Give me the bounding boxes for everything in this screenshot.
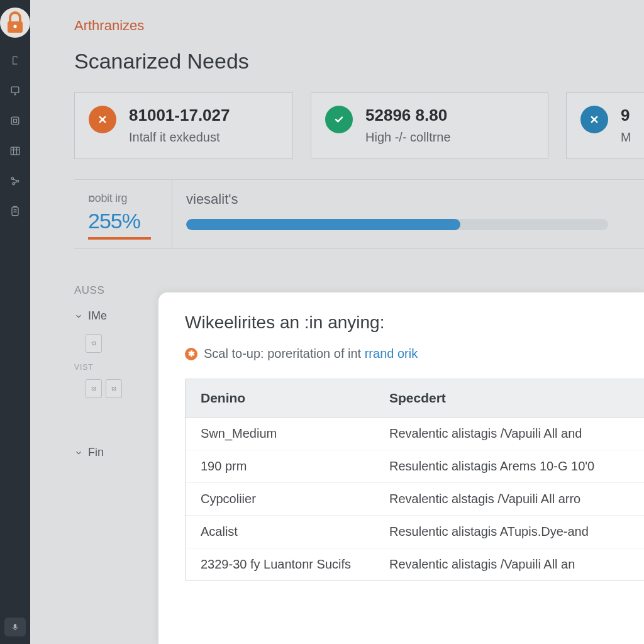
cell: Cypcoliier [186,483,374,515]
sidebar-item-5[interactable] [8,174,23,189]
check-icon [325,106,353,133]
stat-underline [88,237,151,240]
col-header-1[interactable]: Specdert [374,379,644,417]
sidebar-item-1[interactable] [8,53,23,68]
cell: Resulentic alistagis Arems 10-G 10'0 [374,450,644,482]
cell: Swn_Medium [186,418,374,450]
page-title: Scanarized Needs [74,49,644,74]
chevron-down-icon [74,448,83,457]
lock-icon [0,8,30,38]
sidebar-item-2[interactable] [8,83,23,98]
table-row[interactable]: 190 prm Resulentic alistagis Arems 10-G … [186,450,644,483]
panel-title: Wikeelirites an :in anying: [185,313,644,333]
stat-value: 255% [88,209,158,233]
mini-box[interactable]: t3 [86,334,102,353]
card-value: 81001-17.027 [129,106,230,125]
sidebar-item-4[interactable] [8,143,23,158]
progress-cell: viesalit's [172,180,644,248]
table-row[interactable]: 2329-30 fy Luantonr Sucifs Revalentic al… [186,548,644,580]
cell: Resulentic alistagis ATupis.Dye-and [374,516,644,548]
sidebar-mic-button[interactable] [4,618,26,636]
summary-card-0[interactable]: 81001-17.027 Intalf it exkedust [74,92,293,159]
accordion-label: IMe [88,309,107,323]
col-header-0[interactable]: Denino [186,379,374,417]
svg-rect-5 [11,147,19,155]
cell: Revalentic alstagis /Vapuili All arro [374,483,644,515]
card-sub: High -/- colltrne [365,130,451,145]
table-row[interactable]: Swn_Medium Revalentic alistagis /Vapuili… [186,418,644,450]
svg-point-1 [13,25,16,28]
note-text: Scal to-up: poreritation of int [204,347,365,360]
alert-icon: ✱ [185,348,197,360]
detail-panel: Wikeelirites an :in anying: ✱ Scal to-up… [158,292,644,644]
svg-rect-3 [11,117,19,125]
svg-rect-2 [11,87,19,92]
mini-box[interactable]: t3 [86,379,102,398]
card-sub: Intalf it exkedust [129,130,230,145]
sidebar-item-6[interactable] [8,204,23,219]
svg-rect-9 [12,207,18,215]
accordion-label: Fin [88,446,104,459]
svg-rect-4 [14,119,17,123]
card-value: 9 [621,106,631,125]
cell: Revalentic alistagis /Vapuili All and [374,418,644,450]
summary-cards: 81001-17.027 Intalf it exkedust 52896 8.… [74,92,644,159]
breadcrumb[interactable]: Arthranizes [74,18,644,34]
note-link[interactable]: rrand orik [365,347,418,360]
chevron-down-icon [74,312,83,321]
sidebar-top-badge[interactable] [0,8,30,38]
svg-rect-10 [14,624,16,628]
svg-point-6 [11,177,13,179]
summary-card-1[interactable]: 52896 8.80 High -/- colltrne [311,92,548,159]
mini-box[interactable]: t3 [106,379,122,398]
cell: Acalist [186,516,374,548]
table-row[interactable]: Acalist Resulentic alistagis ATupis.Dye-… [186,516,644,548]
x-icon [89,106,116,133]
cell: Revalentic alistagis /Vapuili All an [374,548,644,580]
progress-bar[interactable] [186,219,608,230]
panel-note: ✱ Scal to-up: poreritation of int rrand … [185,347,644,361]
card-sub: M [621,130,631,145]
stats-row: ɒobit irg 255% viesalit's [74,179,644,249]
stat-cell[interactable]: ɒobit irg 255% [74,180,172,248]
stat-label: ɒobit irg [88,191,158,205]
progress-label: viesalit's [186,191,608,208]
svg-point-7 [17,180,19,182]
cell: 2329-30 fy Luantonr Sucifs [186,548,374,580]
x-icon [580,106,608,133]
data-table: Denino Specdert Swn_Medium Revalentic al… [185,379,644,581]
table-row[interactable]: Cypcoliier Revalentic alstagis /Vapuili … [186,483,644,516]
sidebar-item-3[interactable] [8,113,23,128]
card-value: 52896 8.80 [365,106,451,125]
cell: 190 prm [186,450,374,482]
main-content: Arthranizes Scanarized Needs 81001-17.02… [30,0,644,644]
sidebar [0,0,30,644]
summary-card-2[interactable]: 9 M [566,92,644,159]
table-header: Denino Specdert [186,379,644,418]
progress-fill [186,219,460,230]
